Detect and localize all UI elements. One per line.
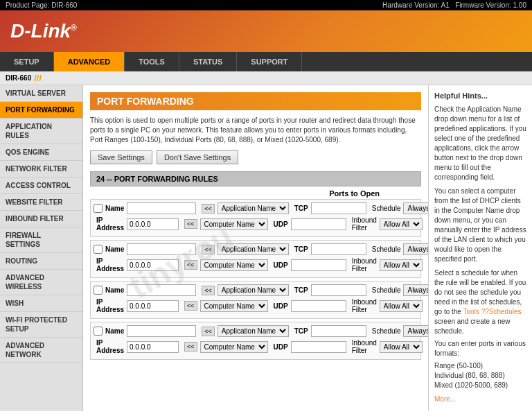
dont-save-settings-button[interactable]: Don't Save Settings xyxy=(157,150,238,164)
udp-label-4: UDP xyxy=(274,343,288,351)
help-title: Helpful Hints... xyxy=(434,91,526,101)
rule-3-name-input[interactable] xyxy=(127,284,196,296)
sidebar-item-wifi-protected[interactable]: WI-FI PROTECTED SETUP xyxy=(0,312,82,338)
rule-2-computer-arrow-btn[interactable]: << xyxy=(184,260,197,270)
tab-advanced[interactable]: ADVANCED xyxy=(54,52,125,71)
sidebar-item-virtual-server[interactable]: VIRTUAL SERVER xyxy=(0,85,82,102)
name-label-2: Name xyxy=(105,245,124,253)
rule-2-app-arrow-btn[interactable]: << xyxy=(202,245,215,254)
sidebar-item-website-filter[interactable]: WEBSITE FILTER xyxy=(0,194,82,211)
rule-1-name-input[interactable] xyxy=(127,202,196,214)
udp-label-3: UDP xyxy=(274,302,288,310)
product-label: Product Page: DIR-660 xyxy=(6,1,77,9)
tab-status[interactable]: STATUS xyxy=(179,52,237,71)
nav-tabs: SETUP ADVANCED TOOLS STATUS SUPPORT xyxy=(0,52,532,71)
rule-3-checkbox[interactable] xyxy=(94,286,103,295)
inbound-label-3: Inbound Filter xyxy=(352,298,377,313)
rule-2-udp-input[interactable] xyxy=(291,259,346,271)
ip-label-4: IP Address xyxy=(96,339,124,354)
rule-2-inbound-select[interactable]: Allow All xyxy=(380,259,423,271)
rule-3-app-arrow-btn[interactable]: << xyxy=(202,286,215,295)
tab-support[interactable]: SUPPORT xyxy=(237,52,302,71)
help-text-2: You can select a computer from the list … xyxy=(434,187,526,264)
rule-1-checkbox[interactable] xyxy=(94,204,103,213)
rule-2-checkbox[interactable] xyxy=(94,245,103,254)
sidebar-item-network-filter[interactable]: NETWORK FILTER xyxy=(0,161,82,177)
help-text-1: Check the Application Name drop down men… xyxy=(434,105,526,182)
rule-4-schedule-select[interactable]: Always xyxy=(403,325,428,337)
page-title: PORT FORWARDING xyxy=(90,92,421,110)
sidebar-item-access-control[interactable]: ACCESS CONTROL xyxy=(0,177,82,194)
rule-4-computer-select[interactable]: Computer Name xyxy=(200,341,268,353)
rule-4-tcp-input[interactable] xyxy=(311,325,366,337)
ip-label-3: IP Address xyxy=(96,298,124,313)
device-name: DIR-660 xyxy=(6,74,31,82)
rule-3-udp-input[interactable] xyxy=(291,300,346,312)
schedule-label-3: Schedule xyxy=(372,286,401,294)
rule-3-computer-arrow-btn[interactable]: << xyxy=(184,301,197,311)
rule-4-checkbox[interactable] xyxy=(94,327,103,336)
inbound-label-2: Inbound Filter xyxy=(352,257,377,272)
rule-3-computer-select[interactable]: Computer Name xyxy=(200,300,268,312)
rule-1-computer-select[interactable]: Computer Name xyxy=(200,218,268,230)
rule-3-tcp-input[interactable] xyxy=(311,284,366,296)
rule-4-app-arrow-btn[interactable]: << xyxy=(202,327,215,336)
help-mixed: Mixed (1020-5000, 689) xyxy=(434,381,526,390)
schedule-label-2: Schedule xyxy=(372,245,401,253)
name-label-3: Name xyxy=(105,286,124,294)
tools-schedules-link[interactable]: Tools ??Schedules xyxy=(463,308,522,315)
save-settings-button[interactable]: Save Settings xyxy=(90,150,152,164)
rule-4-computer-arrow-btn[interactable]: << xyxy=(184,342,197,352)
rule-4-name-input[interactable] xyxy=(127,325,196,337)
rule-3-inbound-select[interactable]: Allow All xyxy=(380,300,423,312)
main-layout: VIRTUAL SERVER PORT FORWARDING APPLICATI… xyxy=(0,85,532,411)
sidebar-item-application-rules[interactable]: APPLICATION RULES xyxy=(0,119,82,144)
sidebar-item-port-forwarding[interactable]: PORT FORWARDING xyxy=(0,102,82,119)
rule-row: Name << Application Name TCP Schedule Al… xyxy=(90,281,421,319)
rule-2-schedule-select[interactable]: Always xyxy=(403,243,428,255)
rule-1-app-arrow-btn[interactable]: << xyxy=(202,204,215,214)
rule-2-ip-input[interactable] xyxy=(127,259,179,271)
tab-setup[interactable]: SETUP xyxy=(0,52,54,71)
rule-1-app-select[interactable]: Application Name xyxy=(218,202,289,214)
rule-1-tcp-input[interactable] xyxy=(311,202,366,214)
rule-1-schedule-select[interactable]: Always xyxy=(403,202,428,214)
rule-4-udp-input[interactable] xyxy=(291,341,346,353)
rule-3-app-select[interactable]: Application Name xyxy=(218,284,289,296)
sidebar-item-advanced-network[interactable]: ADVANCED NETWORK xyxy=(0,338,82,363)
rule-1-udp-input[interactable] xyxy=(291,218,346,230)
help-text-5: You can enter ports in various formats: xyxy=(434,339,526,358)
sidebar-item-firewall-settings[interactable]: FIREWALL SETTINGS xyxy=(0,227,82,253)
rule-1-ip-input[interactable] xyxy=(127,218,179,230)
device-label: DIR-660 /// xyxy=(0,71,532,85)
rule-2-computer-select[interactable]: Computer Name xyxy=(200,259,268,271)
ip-label-2: IP Address xyxy=(96,257,124,272)
page-description: This option is used to open multiple por… xyxy=(90,116,421,145)
sidebar-item-wish[interactable]: WISH xyxy=(0,295,82,312)
rule-4-ip-input[interactable] xyxy=(127,341,179,353)
rule-row: Name << Application Name TCP Schedule Al… xyxy=(90,322,421,360)
tcp-label-3: TCP xyxy=(294,286,308,294)
rule-row: Name << Application Name TCP Schedule Al… xyxy=(90,240,421,278)
rule-3-schedule-select[interactable]: Always xyxy=(403,284,428,296)
sidebar-item-qos-engine[interactable]: QOS ENGINE xyxy=(0,144,82,161)
tab-tools[interactable]: TOOLS xyxy=(125,52,179,71)
rule-2-name-input[interactable] xyxy=(127,243,196,255)
sidebar-item-routing[interactable]: ROUTING xyxy=(0,253,82,270)
rule-3-ip-input[interactable] xyxy=(127,300,179,312)
tcp-label-4: TCP xyxy=(294,327,308,335)
rule-1-computer-arrow-btn[interactable]: << xyxy=(184,219,197,229)
top-bar: Product Page: DIR-660 Hardware Version: … xyxy=(0,0,532,10)
rule-4-app-select[interactable]: Application Name xyxy=(218,325,289,337)
rule-2-tcp-input[interactable] xyxy=(311,243,366,255)
help-text-3: Select a schedule for when the rule will… xyxy=(434,268,526,336)
rule-1-inbound-select[interactable]: Allow All xyxy=(380,218,423,230)
rule-4-inbound-select[interactable]: Allow All xyxy=(380,341,423,353)
schedule-label-4: Schedule xyxy=(372,327,401,335)
more-link[interactable]: More... xyxy=(434,395,456,403)
sidebar-item-inbound-filter[interactable]: INBOUND FILTER xyxy=(0,211,82,227)
sidebar: VIRTUAL SERVER PORT FORWARDING APPLICATI… xyxy=(0,85,83,411)
rule-row: Name << Application Name TCP Schedule Al… xyxy=(90,199,421,237)
sidebar-item-advanced-wireless[interactable]: ADVANCED WIRELESS xyxy=(0,270,82,295)
rule-2-app-select[interactable]: Application Name xyxy=(218,243,289,255)
